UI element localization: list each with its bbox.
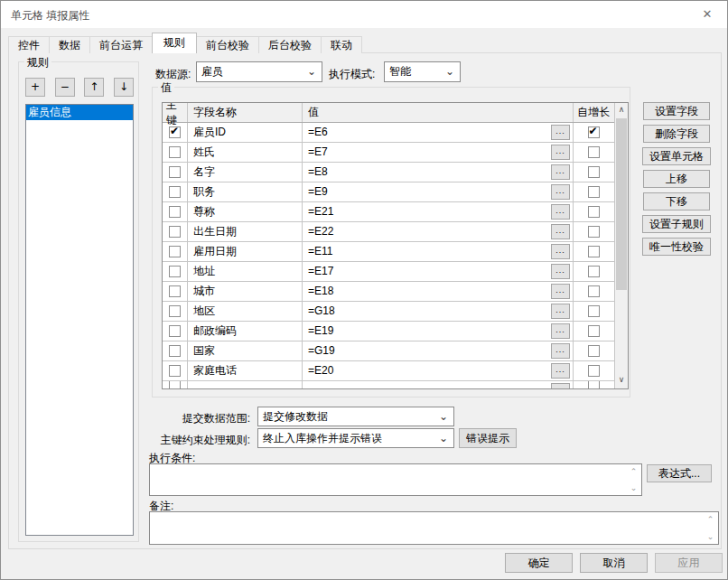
tab[interactable]: 后台校验	[258, 36, 322, 53]
side-action-button[interactable]: 设置子规则	[642, 215, 711, 233]
side-action-button[interactable]: 设置单元格	[642, 147, 711, 165]
value-cell[interactable]: =E22 ...	[303, 222, 574, 241]
field-name-cell[interactable]: 家庭电话	[188, 361, 303, 380]
value-cell[interactable]: =E21 ...	[303, 202, 574, 221]
pk-checkbox[interactable]	[169, 146, 181, 158]
pk-checkbox[interactable]	[169, 246, 181, 257]
pk-checkbox[interactable]	[169, 365, 181, 377]
tab[interactable]: 前台校验	[196, 36, 259, 53]
field-name-cell[interactable]: 雇用日期	[188, 242, 303, 261]
value-cell[interactable]: =E8 ...	[303, 163, 574, 182]
pk-checkbox[interactable]	[169, 285, 181, 297]
auto-increment-checkbox[interactable]	[588, 325, 600, 337]
side-action-button[interactable]: 删除字段	[643, 125, 710, 143]
exec-condition-input[interactable]: ⌃ ⌄	[149, 463, 642, 496]
auto-increment-checkbox[interactable]	[588, 206, 600, 218]
ellipsis-button[interactable]: ...	[551, 145, 570, 160]
side-action-button[interactable]: 上移	[643, 170, 710, 188]
ellipsis-button[interactable]: ...	[551, 125, 570, 140]
spin-down-icon[interactable]: ⌄	[707, 532, 714, 541]
expression-button[interactable]: 表达式...	[647, 464, 712, 482]
ellipsis-button[interactable]: ...	[551, 264, 570, 279]
field-name-cell[interactable]: 地区	[188, 302, 303, 321]
auto-increment-checkbox[interactable]	[588, 226, 600, 238]
auto-increment-checkbox[interactable]	[588, 146, 600, 158]
ellipsis-button[interactable]: ...	[551, 204, 570, 220]
auto-increment-checkbox[interactable]	[588, 305, 600, 317]
rules-listbox[interactable]: 雇员信息	[25, 104, 134, 536]
scrollbar-thumb[interactable]	[616, 118, 627, 290]
field-name-cell[interactable]: 地址	[188, 262, 303, 281]
auto-increment-checkbox[interactable]	[588, 246, 600, 257]
ellipsis-button[interactable]: ...	[551, 323, 570, 339]
pk-checkbox[interactable]	[169, 266, 181, 277]
rule-toolbar-button[interactable]: −	[55, 78, 75, 97]
ellipsis-button[interactable]: ...	[551, 284, 570, 299]
pk-checkbox[interactable]	[169, 226, 181, 238]
ellipsis-button[interactable]: ...	[551, 304, 570, 319]
field-name-cell[interactable]: 职务	[188, 182, 303, 201]
tab[interactable]: 联动	[321, 36, 362, 53]
ellipsis-button[interactable]: ...	[551, 244, 570, 259]
field-name-cell[interactable]: 城市	[188, 282, 303, 301]
value-cell[interactable]: =G18 ...	[303, 302, 574, 321]
tab[interactable]: 数据	[49, 36, 90, 53]
field-name-cell[interactable]: 姓氏	[188, 143, 303, 162]
field-name-cell[interactable]: 尊称	[188, 202, 303, 221]
auto-increment-checkbox[interactable]	[588, 126, 600, 138]
pk-checkbox[interactable]	[169, 186, 181, 198]
value-cell[interactable]: =E11 ...	[303, 242, 574, 261]
pk-checkbox[interactable]	[169, 305, 181, 317]
rule-toolbar-button[interactable]: ↑	[84, 78, 104, 97]
field-name-cell[interactable]: 邮政编码	[188, 322, 303, 341]
rule-toolbar-button[interactable]: +	[25, 78, 45, 97]
pk-checkbox[interactable]	[169, 206, 181, 218]
error-prompt-button[interactable]: 错误提示	[459, 428, 517, 448]
auto-increment-checkbox[interactable]	[588, 345, 600, 357]
rule-toolbar-button[interactable]: ↓	[114, 78, 134, 97]
field-name-cell[interactable]: 出生日期	[188, 222, 303, 241]
ellipsis-button[interactable]: ...	[551, 343, 570, 359]
auto-increment-checkbox[interactable]	[588, 285, 600, 297]
field-name-cell[interactable]: 名字	[188, 163, 303, 182]
side-action-button[interactable]: 下移	[643, 192, 710, 210]
cancel-button[interactable]: 取消	[580, 553, 648, 573]
scroll-down-icon[interactable]: ∨	[615, 374, 628, 388]
value-cell[interactable]: =E9 ...	[303, 182, 574, 201]
value-cell[interactable]: =E20 ...	[303, 361, 574, 380]
exec-mode-select[interactable]: 智能 ⌄	[384, 61, 461, 82]
auto-increment-checkbox[interactable]	[588, 266, 600, 277]
pk-checkbox[interactable]	[169, 325, 181, 337]
value-cell[interactable]: =G19 ...	[303, 341, 574, 360]
side-action-button[interactable]: 唯一性校验	[642, 238, 711, 256]
auto-increment-checkbox[interactable]	[588, 166, 600, 178]
tab[interactable]: 规则	[152, 33, 197, 53]
pk-checkbox[interactable]	[169, 166, 181, 178]
spin-down-icon[interactable]: ⌄	[630, 483, 638, 492]
spin-up-icon[interactable]: ⌃	[630, 467, 638, 476]
spin-up-icon[interactable]: ⌃	[707, 515, 714, 524]
tab[interactable]: 前台运算	[89, 36, 153, 53]
value-cell[interactable]: =E6 ...	[303, 123, 574, 142]
ellipsis-button[interactable]: ...	[551, 363, 570, 379]
ellipsis-button[interactable]: ...	[551, 164, 570, 180]
ok-button[interactable]: 确定	[505, 553, 573, 573]
tab[interactable]: 控件	[8, 36, 50, 53]
value-cell[interactable]: =E19 ...	[303, 322, 574, 341]
remark-input[interactable]: ⌃ ⌄	[149, 511, 719, 545]
auto-increment-checkbox[interactable]	[588, 365, 600, 377]
pk-checkbox[interactable]	[169, 345, 181, 357]
pk-checkbox[interactable]	[169, 126, 181, 138]
field-name-cell[interactable]: 雇员ID	[188, 123, 303, 142]
close-icon[interactable]: ✕	[698, 6, 716, 23]
pk-rule-select[interactable]: 终止入库操作并提示错误 ⌄	[257, 428, 454, 448]
ellipsis-button[interactable]: ...	[551, 184, 570, 200]
scroll-up-icon[interactable]: ∧	[615, 104, 628, 117]
value-cell[interactable]: =E18 ...	[303, 282, 574, 301]
submit-scope-select[interactable]: 提交修改数据 ⌄	[257, 407, 454, 426]
side-action-button[interactable]: 设置字段	[643, 102, 710, 120]
table-scrollbar[interactable]: ∧ ∨	[614, 103, 628, 388]
auto-increment-checkbox[interactable]	[588, 186, 600, 198]
ellipsis-button[interactable]: ...	[551, 224, 570, 239]
field-name-cell[interactable]: 国家	[188, 341, 303, 360]
